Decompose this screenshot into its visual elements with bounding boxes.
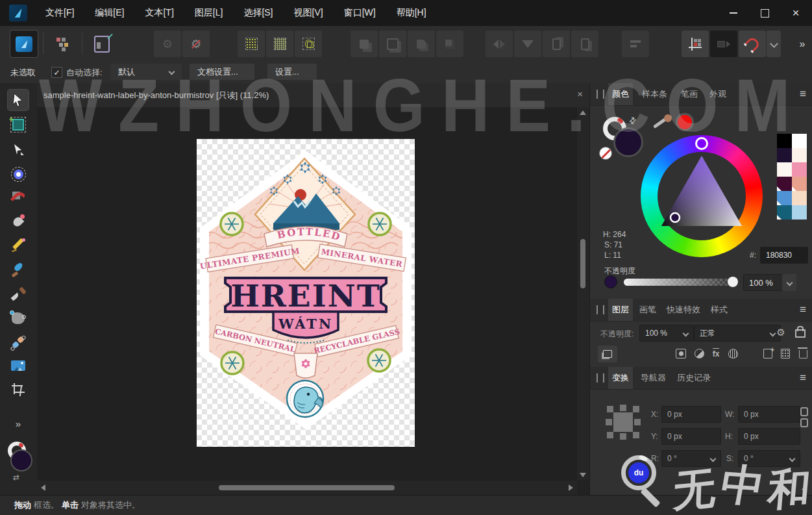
menu-window[interactable]: 窗口[W]: [344, 7, 376, 19]
layer-opacity-dropdown[interactable]: 100 %: [639, 325, 694, 342]
edit-in-photo-button[interactable]: ⚙: [182, 31, 210, 57]
tab-stroke[interactable]: 笔画: [677, 83, 702, 105]
hue-selector[interactable]: [695, 137, 708, 150]
shear-dropdown[interactable]: 0 °: [738, 450, 800, 467]
swatch[interactable]: [777, 191, 792, 205]
add-layer-icon[interactable]: +: [760, 345, 776, 361]
snap-grid-a-button[interactable]: [238, 31, 265, 57]
tab-quick-fx[interactable]: 快速特效: [663, 299, 704, 321]
fill-well[interactable]: [613, 127, 643, 157]
crop-tool[interactable]: [8, 379, 29, 400]
transparency-tool[interactable]: [8, 332, 29, 353]
boolean-intersect-button[interactable]: [408, 31, 435, 57]
artboard-tool[interactable]: +: [8, 114, 29, 135]
maximize-button[interactable]: [757, 6, 772, 20]
toolbar-overflow-button[interactable]: »: [794, 31, 810, 57]
document-setup-button[interactable]: 文档设置...: [190, 64, 254, 80]
saturation-selector[interactable]: [671, 213, 680, 222]
flip-vertical-button[interactable]: [514, 31, 541, 57]
pencil-tool[interactable]: [8, 235, 29, 256]
move-backward-button[interactable]: [571, 31, 598, 57]
pixel-persona-button[interactable]: [49, 31, 77, 57]
anchor-point-selector[interactable]: [604, 403, 642, 441]
resize-grip[interactable]: [800, 483, 807, 491]
settings-button[interactable]: 设置...: [267, 64, 317, 80]
panel-menu-icon[interactable]: ≡: [800, 303, 806, 316]
tab-appearance[interactable]: 外观: [706, 83, 730, 105]
menu-help[interactable]: 帮助[H]: [397, 7, 426, 19]
link-dimensions-icon[interactable]: [800, 407, 808, 427]
scroll-down-icon[interactable]: [580, 473, 586, 477]
snapping-manager-button[interactable]: [682, 31, 709, 57]
mask-layer-icon[interactable]: [673, 345, 689, 361]
hex-input[interactable]: 180830: [760, 247, 808, 264]
boolean-add-button[interactable]: [351, 31, 378, 57]
place-image-tool[interactable]: [8, 355, 29, 376]
vector-brush-tool[interactable]: [8, 259, 29, 280]
tab-close-icon[interactable]: ×: [577, 88, 583, 99]
export-persona-button[interactable]: [88, 31, 116, 57]
scroll-right-icon[interactable]: [569, 484, 573, 491]
adjustment-layer-icon[interactable]: [691, 345, 707, 361]
move-forward-button[interactable]: [543, 31, 570, 57]
snap-grid-b-button[interactable]: [266, 31, 293, 57]
horizontal-scrollbar[interactable]: [37, 481, 577, 495]
fill-tool[interactable]: [8, 308, 29, 329]
snapping-dropdown-button[interactable]: [767, 31, 781, 57]
x-input[interactable]: 0 px: [661, 406, 721, 423]
fx-icon[interactable]: fx: [708, 345, 724, 361]
snapping-toggle-button[interactable]: [739, 31, 766, 57]
tab-styles[interactable]: 样式: [707, 299, 732, 321]
blend-mode-dropdown[interactable]: 正常: [694, 325, 781, 342]
live-filter-icon[interactable]: [725, 345, 741, 361]
horizontal-scroll-thumb[interactable]: [219, 485, 395, 490]
no-color-well[interactable]: [599, 147, 612, 160]
vertical-scroll-thumb[interactable]: [580, 239, 585, 288]
panel-grip[interactable]: [597, 90, 604, 99]
tab-navigator[interactable]: 导航器: [637, 367, 670, 389]
node-tool[interactable]: [8, 139, 29, 160]
menu-file[interactable]: 文件[F]: [45, 7, 74, 19]
picked-color-swatch[interactable]: [676, 113, 694, 131]
fill-color-well[interactable]: [10, 449, 32, 471]
menu-edit[interactable]: 编辑[E]: [95, 7, 124, 19]
blend-options-gear-icon[interactable]: ⚙: [773, 325, 789, 340]
tools-overflow-button[interactable]: »: [8, 413, 29, 434]
flip-horizontal-button[interactable]: [486, 31, 513, 57]
swap-colors-icon[interactable]: ⇄: [13, 473, 19, 482]
panel-menu-icon[interactable]: ≡: [800, 88, 806, 101]
designer-persona-button[interactable]: [10, 31, 38, 57]
move-by-whole-pixels-button[interactable]: [710, 31, 737, 57]
layer-list-toggle[interactable]: [598, 345, 617, 362]
menu-view[interactable]: 视图[V]: [294, 7, 323, 19]
opacity-value[interactable]: 100 %: [743, 274, 786, 291]
delete-layer-icon[interactable]: [795, 345, 811, 361]
snap-shape-button[interactable]: [295, 31, 322, 57]
add-group-icon[interactable]: [778, 345, 793, 361]
menu-layer[interactable]: 图层[L]: [195, 7, 223, 19]
alignment-button[interactable]: [622, 31, 649, 57]
swap-colors-icon[interactable]: ⇄: [626, 114, 638, 126]
swatch[interactable]: [792, 148, 807, 162]
pen-tool[interactable]: [8, 211, 29, 232]
w-input[interactable]: 0 px: [738, 406, 800, 423]
boolean-divide-button[interactable]: [436, 31, 463, 57]
rotation-dropdown[interactable]: 0 °: [661, 450, 721, 467]
auto-select-checkbox[interactable]: ✓: [51, 67, 62, 78]
tab-swatches[interactable]: 样本条: [638, 83, 671, 105]
y-input[interactable]: 0 px: [661, 428, 721, 445]
panel-menu-icon[interactable]: ≡: [800, 371, 806, 384]
opacity-slider[interactable]: [624, 279, 732, 286]
convert-objects-button[interactable]: ⚙: [154, 31, 181, 57]
color-wells[interactable]: ⇄: [5, 442, 34, 481]
swatch[interactable]: [777, 162, 792, 177]
vertical-scrollbar[interactable]: [577, 107, 589, 481]
canvas-viewport[interactable]: BOTTLED ULTIMATE PREMIUM MINERAL WATER H…: [37, 107, 577, 481]
opacity-dropdown[interactable]: [782, 274, 796, 291]
point-transform-tool[interactable]: [8, 164, 29, 184]
menu-text[interactable]: 文本[T]: [145, 7, 173, 19]
tab-layers[interactable]: 图层: [608, 299, 633, 321]
tab-color[interactable]: 颜色: [608, 83, 633, 105]
scroll-left-icon[interactable]: [41, 484, 45, 491]
color-wheel[interactable]: [641, 135, 763, 257]
